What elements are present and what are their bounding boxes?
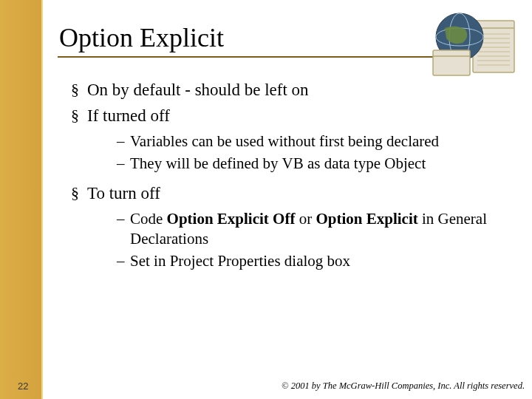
- sub-item: Variables can be used without first bein…: [117, 132, 510, 151]
- bullet-text: On by default - should be left on: [87, 81, 309, 99]
- bold-text: Option Explicit Off: [167, 210, 296, 228]
- sub-list: Code Option Explicit Off or Option Expli…: [87, 209, 510, 272]
- svg-rect-13: [433, 50, 470, 75]
- bullet-item: On by default - should be left on: [71, 78, 510, 101]
- slide-footer: 22 © 2001 by The McGraw-Hill Companies, …: [0, 381, 532, 392]
- text: Code: [130, 210, 167, 228]
- sub-list: Variables can be used without first bein…: [87, 132, 510, 174]
- sub-item: They will be defined by VB as data type …: [117, 154, 510, 174]
- page-number: 22: [18, 381, 28, 392]
- sub-item: Set in Project Properties dialog box: [117, 251, 510, 271]
- bullet-item: To turn off Code Option Explicit Off or …: [71, 182, 510, 272]
- bold-text: Option Explicit: [316, 210, 417, 228]
- bullet-list: On by default - should be left on If tur…: [58, 78, 510, 272]
- decorative-globe-icon: [430, 7, 519, 78]
- sub-item: Code Option Explicit Off or Option Expli…: [117, 209, 510, 250]
- bullet-text: If turned off: [87, 106, 170, 125]
- gold-sidebar: [0, 0, 41, 399]
- text: or: [295, 210, 316, 228]
- copyright-text: © 2001 by The McGraw-Hill Companies, Inc…: [282, 381, 525, 392]
- slide-content: Option Explicit On by default - should b…: [41, 0, 532, 399]
- bullet-item: If turned off Variables can be used with…: [71, 104, 510, 174]
- bullet-text: To turn off: [87, 184, 160, 202]
